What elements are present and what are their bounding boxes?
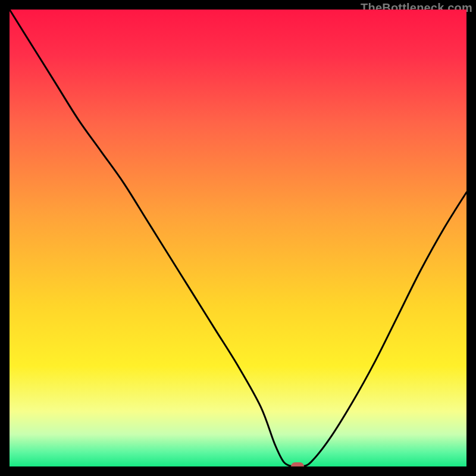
curve-layer [10,10,466,466]
bottleneck-curve [10,10,466,466]
optimal-point-marker [291,462,304,466]
plot-area [10,10,466,466]
chart-frame: TheBottleneck.com [0,0,476,476]
